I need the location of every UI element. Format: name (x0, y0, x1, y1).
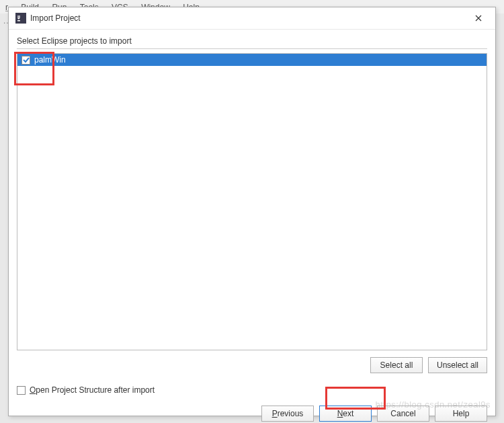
close-button[interactable] (468, 11, 489, 25)
section-divider (17, 48, 487, 49)
select-buttons-row: Select all Unselect all (17, 357, 487, 373)
open-structure-label[interactable]: Open Project Structure after import (30, 385, 155, 395)
close-icon (475, 15, 482, 22)
unselect-all-button[interactable]: Unselect all (428, 357, 487, 373)
open-structure-row: Open Project Structure after import (17, 385, 487, 395)
section-label: Select Eclipse projects to import (17, 36, 487, 46)
project-item-palmwin[interactable]: palmWin (17, 54, 487, 66)
svg-rect-1 (17, 20, 20, 22)
select-all-button[interactable]: Select all (370, 357, 423, 373)
dialog-titlebar: Import Project (9, 7, 495, 30)
help-button[interactable]: Help (435, 406, 487, 422)
project-name: palmWin (34, 55, 66, 65)
open-structure-checkbox[interactable] (17, 386, 26, 395)
dialog-footer: Previous Next Cancel Help (9, 400, 495, 423)
unselect-all-label: Unselect all (437, 360, 478, 370)
checkmark-icon (23, 56, 30, 63)
project-checkbox[interactable] (22, 56, 30, 65)
import-project-dialog: Import Project Select Eclipse projects t… (8, 7, 496, 416)
next-button[interactable]: Next (319, 406, 372, 422)
select-all-label: Select all (380, 360, 413, 370)
cancel-button[interactable]: Cancel (377, 406, 429, 422)
project-list[interactable]: palmWin (17, 53, 487, 350)
dialog-body: Select Eclipse projects to import palmWi… (9, 30, 495, 400)
intellij-icon (15, 13, 26, 24)
dialog-title: Import Project (30, 13, 468, 23)
previous-button[interactable]: Previous (261, 406, 314, 422)
